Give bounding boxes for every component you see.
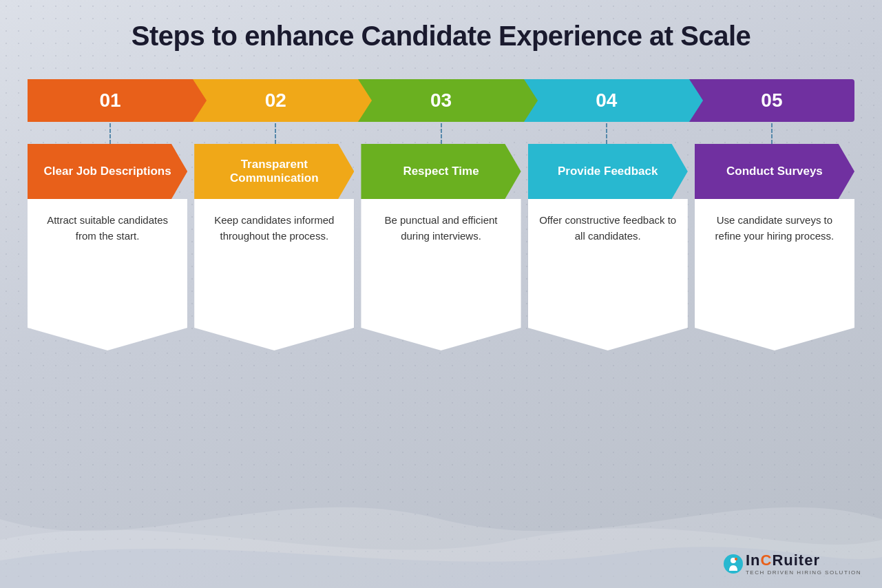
card-label-5: Conduct Surveys: [695, 144, 854, 199]
logo-ruiter: Ruiter: [772, 552, 820, 569]
card-body-5: Use candidate surveys to refine your hir…: [695, 199, 854, 350]
connector-3: [358, 123, 523, 144]
dashed-line-1: [109, 123, 111, 144]
bar-segment-1: 01: [28, 79, 193, 122]
logo-subtitle: TECH DRIVEN HIRING SOLUTION: [746, 569, 861, 576]
connectors-row: [28, 123, 854, 144]
card-4: Provide Feedback Offer constructive feed…: [528, 144, 688, 350]
logo-area: InCRuiter TECH DRIVEN HIRING SOLUTION: [724, 552, 861, 576]
logo-c: C: [760, 552, 772, 569]
card-label-2: Transparent Communication: [194, 144, 354, 199]
connector-4: [524, 123, 689, 144]
card-label-4: Provide Feedback: [528, 144, 688, 199]
page-title: Steps to enhance Candidate Experience at…: [28, 21, 854, 52]
card-label-1: Clear Job Descriptions: [28, 144, 187, 199]
connector-5: [689, 123, 854, 144]
dashed-line-2: [275, 123, 276, 144]
dashed-line-4: [606, 123, 607, 144]
card-body-2: Keep candidates informed throughout the …: [194, 199, 354, 350]
dashed-line-3: [441, 123, 442, 144]
card-1: Clear Job Descriptions Attract suitable …: [28, 144, 187, 350]
bar-segment-4: 04: [524, 79, 689, 122]
logo-in: In: [746, 552, 761, 569]
card-2: Transparent Communication Keep candidate…: [194, 144, 354, 350]
bar-segment-3: 03: [358, 79, 523, 122]
logo-text: InCRuiter TECH DRIVEN HIRING SOLUTION: [746, 552, 861, 576]
content-wrapper: Steps to enhance Candidate Experience at…: [0, 0, 882, 364]
svg-point-1: [735, 558, 737, 560]
card-body-4: Offer constructive feedback to all candi…: [528, 199, 688, 350]
card-5: Conduct Surveys Use candidate surveys to…: [695, 144, 854, 350]
logo-row: InCRuiter TECH DRIVEN HIRING SOLUTION: [724, 552, 861, 576]
bar-segment-5: 05: [689, 79, 854, 122]
card-label-3: Respect Time: [361, 144, 521, 199]
bar-segment-2: 02: [193, 79, 358, 122]
card-3: Respect Time Be punctual and efficient d…: [361, 144, 521, 350]
logo-icon: [724, 554, 743, 574]
connector-1: [28, 123, 193, 144]
cards-row: Clear Job Descriptions Attract suitable …: [28, 144, 854, 350]
connector-2: [193, 123, 358, 144]
card-body-1: Attract suitable candidates from the sta…: [28, 199, 187, 350]
card-body-3: Be punctual and efficient during intervi…: [361, 199, 521, 350]
dashed-line-5: [771, 123, 773, 144]
number-bar: 01 02 03 04 05: [28, 79, 854, 122]
